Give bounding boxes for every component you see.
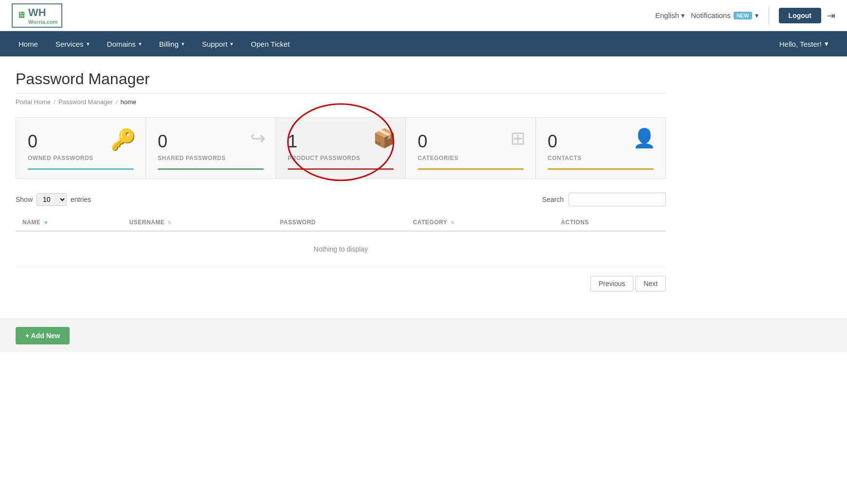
logo-icon: 🖥 <box>17 10 25 20</box>
notifications-chevron: ▾ <box>755 11 759 20</box>
contacts-label: CONTACTS <box>548 155 654 162</box>
page-title: Password Manager <box>16 70 666 88</box>
logo-text: WH <box>28 6 46 18</box>
product-label: PRODUCT PASSWORDS <box>288 155 394 162</box>
logout-icon-button[interactable]: ⇥ <box>827 10 835 21</box>
footer-bar: + Add New <box>0 319 847 352</box>
language-label: English <box>655 11 679 19</box>
shared-bar <box>158 168 264 170</box>
notifications-button[interactable]: Notifications NEW ▾ <box>691 11 758 20</box>
add-new-button[interactable]: + Add New <box>16 327 70 344</box>
col-username[interactable]: USERNAME ⇅ <box>123 214 273 231</box>
name-sort-icon: ▼ <box>43 220 48 225</box>
breadcrumb-sep-1: / <box>54 98 55 106</box>
show-label: Show <box>16 196 33 203</box>
domains-chevron-icon: ▾ <box>139 41 142 47</box>
billing-chevron-icon: ▾ <box>182 41 184 47</box>
key-icon: 🔑 <box>110 127 136 151</box>
nav-billing[interactable]: Billing ▾ <box>150 31 193 56</box>
nav-support[interactable]: Support ▾ <box>193 31 242 56</box>
pagination: Previous Next <box>16 276 666 291</box>
show-entries-control: Show 10 25 50 100 entries <box>16 193 91 206</box>
logo-sub: Worria.com <box>28 19 57 25</box>
box-icon: 📦 <box>373 127 396 149</box>
col-password: PASSWORD <box>273 214 406 231</box>
logout-arrow-icon: ⇥ <box>827 10 835 21</box>
stat-shared-passwords[interactable]: ↪ 0 SHARED PASSWORDS <box>146 118 276 179</box>
breadcrumb: Portal Home / Password Manager / home <box>16 98 666 106</box>
language-chevron: ▾ <box>681 11 685 20</box>
data-table: NAME ▼ USERNAME ⇅ PASSWORD CATEGORY <box>16 214 666 267</box>
previous-button[interactable]: Previous <box>590 276 633 291</box>
entries-label: entries <box>71 196 91 203</box>
search-area: Search <box>542 193 666 206</box>
stat-product-passwords[interactable]: 📦 1 PRODUCT PASSWORDS <box>276 118 406 179</box>
shared-label: SHARED PASSWORDS <box>158 155 264 162</box>
nav-open-ticket[interactable]: Open Ticket <box>242 31 298 56</box>
categories-count: 0 <box>418 131 524 152</box>
breadcrumb-sep-2: / <box>116 98 118 106</box>
owned-label: OWNED PASSWORDS <box>28 155 134 162</box>
user-chevron-icon: ▾ <box>825 39 829 48</box>
share-icon: ↪ <box>250 127 266 149</box>
entries-select[interactable]: 10 25 50 100 <box>37 193 67 206</box>
grid-icon: ⊞ <box>510 127 526 149</box>
support-chevron-icon: ▾ <box>230 41 233 47</box>
nav-home[interactable]: Home <box>10 31 47 56</box>
stat-categories[interactable]: ⊞ 0 CATEGORIES <box>406 118 536 179</box>
col-actions: ACTIONS <box>554 214 666 231</box>
next-button[interactable]: Next <box>635 276 666 291</box>
breadcrumb-password-manager[interactable]: Password Manager <box>58 98 113 106</box>
table-controls: Show 10 25 50 100 entries Search <box>16 193 666 206</box>
nav-right: Hello, Tester! ▾ <box>771 31 837 56</box>
categories-bar <box>418 168 524 170</box>
notifications-label: Notifications <box>691 11 731 19</box>
logo[interactable]: 🖥 WH Worria.com <box>12 3 62 28</box>
nav-bar: Home Services ▾ Domains ▾ Billing ▾ Supp… <box>0 31 847 56</box>
person-icon: 👤 <box>633 127 656 149</box>
categories-label: CATEGORIES <box>418 155 524 162</box>
breadcrumb-current: home <box>121 98 137 106</box>
username-sort-icon: ⇅ <box>167 220 172 225</box>
main-content: Password Manager Portal Home / Password … <box>0 56 681 319</box>
stat-owned-passwords[interactable]: 🔑 0 OWNED PASSWORDS <box>16 118 146 179</box>
breadcrumb-portal-home[interactable]: Portal Home <box>16 98 51 106</box>
user-greeting: Hello, Tester! <box>779 40 822 48</box>
empty-row: Nothing to display <box>16 231 666 267</box>
stat-contacts[interactable]: 👤 0 CONTACTS <box>536 118 665 179</box>
owned-bar <box>28 168 134 170</box>
nav-domains[interactable]: Domains ▾ <box>98 31 150 56</box>
category-sort-icon: ⇅ <box>450 220 455 225</box>
language-button[interactable]: English ▾ <box>655 11 685 20</box>
notifications-badge: NEW <box>734 12 752 19</box>
product-bar <box>288 168 394 170</box>
shared-count: 0 <box>158 131 264 152</box>
contacts-bar <box>548 168 654 170</box>
top-bar-right: English ▾ Notifications NEW ▾ Logout ⇥ <box>655 7 835 24</box>
divider <box>769 7 769 24</box>
empty-message: Nothing to display <box>16 231 666 267</box>
nav-services[interactable]: Services ▾ <box>47 31 98 56</box>
search-input[interactable] <box>569 193 666 206</box>
col-name[interactable]: NAME ▼ <box>16 214 123 231</box>
services-chevron-icon: ▾ <box>87 41 90 47</box>
stats-row: 🔑 0 OWNED PASSWORDS ↪ 0 SHARED PASSWORDS… <box>16 117 666 179</box>
col-category[interactable]: CATEGORY ⇅ <box>406 214 554 231</box>
logout-button[interactable]: Logout <box>779 8 821 23</box>
user-menu-button[interactable]: Hello, Tester! ▾ <box>771 31 837 56</box>
top-bar: 🖥 WH Worria.com English ▾ Notifications … <box>0 0 847 31</box>
search-label: Search <box>542 196 564 203</box>
